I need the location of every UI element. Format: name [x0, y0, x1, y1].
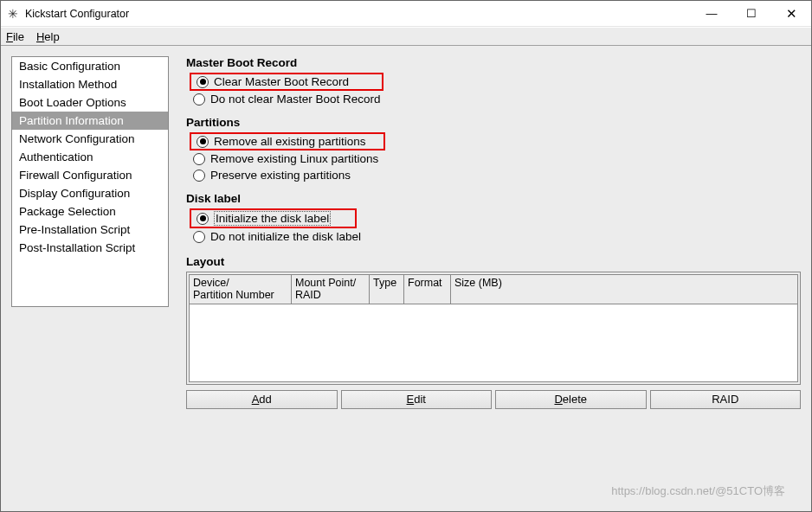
- maximize-button[interactable]: ☐: [731, 1, 771, 26]
- radio-initialize-disk-label[interactable]: [197, 213, 209, 225]
- col-header-text: Partition Number: [193, 289, 274, 301]
- sidebar-item-label: Network Configuration: [19, 132, 135, 145]
- section-mbr: Master Boot Record Clear Master Boot Rec…: [186, 56, 801, 107]
- radio-do-not-initialize-disk-label[interactable]: [193, 231, 205, 243]
- radio-label: Remove existing Linux partitions: [210, 152, 378, 165]
- radio-preserve-partitions[interactable]: [193, 170, 205, 182]
- sidebar-item-label: Partition Information: [19, 114, 124, 127]
- radio-label: Remove all existing partitions: [214, 135, 366, 148]
- layout-table: Device/ Partition Number Mount Point/ RA…: [186, 272, 801, 385]
- disklabel-title: Disk label: [186, 192, 801, 205]
- delete-button[interactable]: Delete: [495, 390, 647, 409]
- col-format[interactable]: Format: [404, 275, 451, 304]
- sidebar-item-label: Post-Installation Script: [19, 241, 135, 254]
- layout-title: Layout: [186, 255, 801, 268]
- sidebar-item-label: Package Selection: [19, 205, 116, 218]
- radio-remove-linux-partitions[interactable]: [193, 153, 205, 165]
- sidebar-item-label: Basic Configuration: [19, 60, 120, 73]
- sidebar-item-boot-loader-options[interactable]: Boot Loader Options: [12, 93, 168, 112]
- layout-buttons: Add Edit Delete RAID: [186, 390, 801, 409]
- raid-button[interactable]: RAID: [650, 390, 802, 409]
- partitions-title: Partitions: [186, 116, 801, 129]
- col-device[interactable]: Device/ Partition Number: [190, 275, 292, 304]
- col-type[interactable]: Type: [370, 275, 404, 304]
- radio-label: Clear Master Boot Record: [214, 75, 349, 88]
- titlebar: ✳ Kickstart Configurator — ☐ ✕: [1, 1, 811, 27]
- layout-table-header: Device/ Partition Number Mount Point/ RA…: [189, 274, 798, 304]
- client-area: Basic Configuration Installation Method …: [1, 46, 811, 511]
- menubar: File Help: [1, 27, 811, 46]
- radio-label: Do not initialize the disk label: [210, 230, 361, 243]
- radio-clear-mbr[interactable]: [197, 76, 209, 88]
- mbr-title: Master Boot Record: [186, 56, 801, 69]
- radio-label: Do not clear Master Boot Record: [210, 93, 381, 106]
- sidebar-item-basic-configuration[interactable]: Basic Configuration: [12, 57, 168, 75]
- sidebar-item-network-configuration[interactable]: Network Configuration: [12, 130, 168, 148]
- sidebar-item-label: Boot Loader Options: [19, 96, 126, 109]
- section-layout: Layout Device/ Partition Number Mount Po…: [186, 255, 801, 409]
- sidebar-item-post-installation-script[interactable]: Post-Installation Script: [12, 239, 168, 257]
- sidebar-item-label: Firewall Configuration: [19, 169, 132, 182]
- sidebar-item-installation-method[interactable]: Installation Method: [12, 75, 168, 93]
- col-size[interactable]: Size (MB): [451, 275, 797, 304]
- main-panel: Master Boot Record Clear Master Boot Rec…: [186, 56, 801, 501]
- col-mount-point[interactable]: Mount Point/ RAID: [292, 275, 370, 304]
- sidebar-item-label: Pre-Installation Script: [19, 223, 130, 236]
- col-header-text: Mount Point/: [295, 277, 356, 289]
- section-disk-label: Disk label Initialize the disk label Do …: [186, 192, 801, 245]
- highlight-box: Initialize the disk label: [190, 208, 357, 228]
- sidebar-item-pre-installation-script[interactable]: Pre-Installation Script: [12, 221, 168, 239]
- app-icon: ✳: [6, 7, 20, 21]
- sidebar-item-display-configuration[interactable]: Display Configuration: [12, 184, 168, 202]
- menu-file[interactable]: File: [6, 30, 24, 43]
- sidebar-item-partition-information[interactable]: Partition Information: [12, 112, 168, 130]
- minimize-button[interactable]: —: [692, 1, 731, 26]
- radio-remove-all-partitions[interactable]: [197, 136, 209, 148]
- app-window: ✳ Kickstart Configurator — ☐ ✕ File Help…: [0, 0, 812, 512]
- highlight-box: Remove all existing partitions: [190, 132, 385, 150]
- highlight-box: Clear Master Boot Record: [190, 73, 383, 91]
- sidebar-item-firewall-configuration[interactable]: Firewall Configuration: [12, 166, 168, 184]
- menu-help[interactable]: Help: [36, 30, 60, 43]
- window-controls: — ☐ ✕: [692, 1, 811, 26]
- radio-do-not-clear-mbr[interactable]: [193, 93, 205, 106]
- sidebar-item-authentication[interactable]: Authentication: [12, 148, 168, 166]
- col-header-text: Size (MB): [454, 277, 502, 289]
- section-partitions: Partitions Remove all existing partition…: [186, 116, 801, 183]
- col-header-text: RAID: [295, 289, 321, 301]
- edit-button[interactable]: Edit: [341, 390, 493, 409]
- radio-label: Preserve existing partitions: [210, 169, 351, 182]
- sidebar-item-label: Installation Method: [19, 78, 117, 91]
- layout-table-body[interactable]: [189, 304, 798, 382]
- col-header-text: Device/: [193, 277, 229, 289]
- col-header-text: Format: [408, 277, 442, 289]
- radio-label: Initialize the disk label: [214, 211, 331, 226]
- add-button[interactable]: Add: [186, 390, 338, 409]
- close-button[interactable]: ✕: [771, 1, 811, 26]
- sidebar-item-package-selection[interactable]: Package Selection: [12, 202, 168, 221]
- sidebar-item-label: Display Configuration: [19, 187, 130, 200]
- sidebar-item-label: Authentication: [19, 150, 93, 163]
- sidebar: Basic Configuration Installation Method …: [11, 56, 169, 307]
- col-header-text: Type: [373, 277, 396, 289]
- window-title: Kickstart Configurator: [25, 8, 692, 20]
